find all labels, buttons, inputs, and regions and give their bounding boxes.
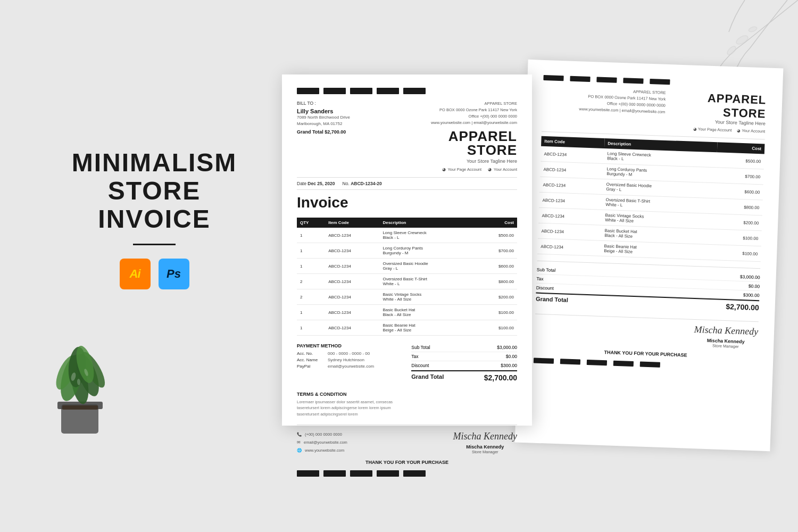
table-row: 1 ABCD-1234 Oversized Basic HoodieGray -… [297,259,517,274]
row2-qty: 1 [297,243,325,259]
row7-cost: $100.00 [476,320,517,336]
front-footer-bar-5 [403,470,426,477]
social-account-link: ◕ Your Account [488,167,517,172]
row3-code: ABCD-1234 [325,259,379,274]
row5-cost: $200.00 [476,289,517,305]
invoice-front: BILL TO : Lilly Sanders 7089 North Birch… [282,74,532,426]
row3-desc: Oversized Basic HoodieGray - L [379,259,476,274]
signature-area: Mischa Kennedy Mischa Kennedy Store Mana… [453,431,517,454]
left-content-area: MINIMALISM STORE INVOICE Ai Ps [43,149,266,289]
subtotal-row: Sub Total $3,000.00 [411,343,517,352]
row1-desc: Long Sleeve CrewneckBlack - L [379,228,476,243]
row4-cost: $800.00 [476,274,517,289]
front-bar-5 [403,88,426,94]
front-footer-bar-4 [377,470,399,477]
payment-section: PAYMENT METHOD Acc. No. 000 - 0000 - 000… [297,343,517,384]
back-header-bar-1 [543,75,563,81]
row2-desc: Long Corduroy PantsBurgundy - M [379,243,476,259]
back-row3-code: ABCD-1234 [539,177,603,194]
social-page-link: ◕ Your Page Account [442,167,482,172]
back-header-bar-3 [596,77,617,82]
back-footer-bar-3 [587,360,607,365]
social-links: ◕ Your Page Account ◕ Your Account [407,167,517,172]
col-code: Item Code [325,218,379,228]
front-bar-1 [297,88,319,94]
contact-info: 📞 (+00) 000 0000 0000 ✉ email@yourwebsit… [297,430,347,454]
back-store-name: APPAREL STORE [672,90,767,121]
signer-name: Mischa Kennedy [453,444,517,450]
website-row: 🌐 www.yourwebsite.com [297,446,347,454]
back-row2-cost: $700.00 [716,168,764,185]
adobe-photoshop-icon: Ps [159,259,189,289]
software-icons-row: Ai Ps [43,259,266,289]
back-row3-cost: $600.00 [716,183,763,200]
front-header-bars [297,88,517,94]
back-row7-code: ABCD-1234 [537,238,601,256]
signer-role: Store Manager [453,450,517,454]
back-social-account: ◕ Your Account [737,128,765,134]
store-tagline: Your Store Tagline Here [407,159,517,164]
table-row: 2 ABCD-1234 Oversized Basic T-ShirtWhite… [297,274,517,289]
invoice-header: BILL TO : Lilly Sanders 7089 North Birch… [297,101,517,172]
client-name: Lilly Sanders [297,108,396,114]
svg-rect-7 [62,405,98,410]
svg-point-2 [748,26,758,33]
back-row2-code: ABCD-1234 [540,161,604,179]
back-signature: Mischa Kennedy [694,324,758,337]
back-row1-cost: $500.00 [717,152,764,169]
web-icon: 🌐 [297,446,302,454]
row4-code: ABCD-1234 [325,274,379,289]
store-section: APPAREL STORE PO BOX 0000 Ozone Park 114… [407,101,517,172]
front-footer-bar-2 [323,470,346,477]
paypal-row: PayPal email@yourwebsite.com [297,364,403,369]
row4-desc: Oversized Basic T-ShirtWhite - L [379,274,476,289]
row6-cost: $100.00 [476,305,517,320]
front-footer-bars [297,470,517,477]
main-title-line1: MINIMALISM STORE [43,149,266,205]
discount-row: Discount $300.00 [411,361,517,370]
plant-decoration [27,319,133,436]
tax-row: Tax $0.00 [411,352,517,361]
row1-code: ABCD-1234 [325,228,379,243]
row5-code: ABCD-1234 [325,289,379,305]
row3-cost: $600.00 [476,259,517,274]
front-footer-bar-3 [350,470,372,477]
front-bar-2 [323,88,346,94]
title-divider [133,244,176,245]
front-bar-3 [350,88,372,94]
row6-code: ABCD-1234 [325,305,379,320]
bill-to-label: BILL TO : [297,101,396,106]
back-footer-bar-1 [534,358,554,364]
grand-total-row: Grand Total $2,700.00 [411,370,517,384]
terms-title: TERMS & CONDITION [297,392,517,397]
payment-method-title: PAYMENT METHOD [297,343,403,348]
back-row6-code: ABCD-1234 [538,223,602,240]
row2-cost: $700.00 [476,243,517,259]
back-footer-bar-5 [640,362,660,368]
back-row5-code: ABCD-1234 [538,207,602,225]
back-store-info: APPAREL STORE PO BOX 0000 Ozone Park 114… [542,86,666,115]
row1-cost: $500.00 [476,228,517,243]
table-row: 1 ABCD-1234 Basic Beanie HatBeige - All … [297,320,517,336]
row7-qty: 1 [297,320,325,336]
invoice-table: QTY Item Code Description Cost 1 ABCD-12… [297,218,517,336]
back-thank-you: THANK YOU FOR YOUR PURCHASE [534,347,757,361]
table-row: 1 ABCD-1234 Long Sleeve CrewneckBlack - … [297,228,517,243]
table-row: 1 ABCD-1234 Long Corduroy PantsBurgundy … [297,243,517,259]
acc-name-row: Acc. Name Sydney Hutchinson [297,358,403,362]
table-row: 2 ABCD-1234 Basic Vintage SocksWhite - A… [297,289,517,305]
date-line: Date Dec 25, 2020 No. ABCD-1234-20 [297,177,517,190]
acc-no-row: Acc. No. 000 - 0000 - 0000 - 00 [297,351,403,356]
row5-qty: 2 [297,289,325,305]
table-row: 1 ABCD-1234 Basic Bucket HatBlack - All … [297,305,517,320]
main-title-line2: INVOICE [43,205,266,234]
svg-point-1 [726,45,737,56]
back-footer-bar-2 [560,359,580,364]
col-desc: Description [379,218,476,228]
back-header-bar-4 [623,78,643,84]
row7-code: ABCD-1234 [325,320,379,336]
back-row4-cost: $800.00 [715,198,763,215]
col-cost: Cost [476,218,517,228]
email-icon: ✉ [297,438,301,446]
totals-section: Sub Total $3,000.00 Tax $0.00 Discount $… [411,343,517,384]
